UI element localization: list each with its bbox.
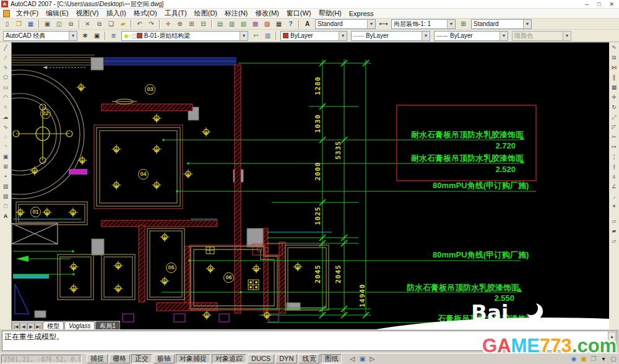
layer-previous-icon[interactable]: ↩ — [251, 31, 261, 40]
minimize-button[interactable]: ─ — [585, 1, 589, 8]
menu-window[interactable]: 窗口(W) — [284, 9, 314, 18]
publish-icon[interactable]: ⧉ — [66, 19, 76, 28]
tab-voglass[interactable]: Voglass — [64, 321, 95, 329]
open-icon[interactable]: ❐ — [14, 19, 24, 28]
tab-first-icon[interactable]: |◀ — [12, 323, 20, 329]
ellipse-arc-icon[interactable]: ◝ — [1, 142, 11, 152]
trim-icon[interactable]: ✂ — [610, 132, 619, 142]
toggle-otrack[interactable]: 对象追踪 — [212, 354, 246, 363]
match-properties-icon[interactable]: ▰ — [118, 19, 128, 28]
line-icon[interactable]: ╱ — [1, 43, 11, 53]
menu-tools[interactable]: 工具(T) — [162, 9, 190, 18]
toggle-dyn[interactable]: DYN — [275, 354, 297, 363]
menu-edit[interactable]: 编辑(E) — [43, 9, 72, 18]
erase-icon[interactable]: ✎ — [610, 43, 619, 53]
tab-prev-icon[interactable]: ◀ — [20, 323, 27, 329]
polygon-icon[interactable]: ⬠ — [1, 73, 11, 82]
zoom-previous-icon[interactable]: ⊟ — [198, 19, 209, 28]
menu-view[interactable]: 视图(V) — [73, 9, 102, 18]
scale-icon[interactable]: ⤢ — [610, 113, 619, 122]
menu-dimension[interactable]: 标注(N) — [222, 9, 251, 18]
construction-line-icon[interactable]: ∕ — [1, 53, 11, 63]
tab-model[interactable]: 模型 — [43, 321, 64, 329]
hatch-icon[interactable]: ▨ — [1, 182, 11, 191]
help-icon[interactable]: ? — [285, 19, 296, 28]
fillet-icon[interactable]: ◞ — [610, 192, 619, 201]
text-style-combo[interactable]: Standard ▾ — [315, 19, 376, 29]
menu-modify[interactable]: 修改(M) — [252, 9, 282, 18]
draworder-front-icon[interactable]: ▱ — [610, 217, 619, 226]
lineweight-combo[interactable]: —— ByLayer ▾ — [434, 31, 508, 41]
redo-icon[interactable]: ↷ — [146, 19, 157, 28]
new-icon[interactable]: ▯ — [2, 19, 12, 28]
drawing-canvas[interactable]: 1280 1030 5335 2000 1025 2045 2045 14940… — [11, 42, 609, 329]
circle-icon[interactable]: ○ — [1, 103, 11, 112]
plot-preview-icon[interactable]: ◫ — [54, 19, 64, 28]
markup-set-icon[interactable]: ▨ — [262, 19, 272, 28]
toggle-ortho[interactable]: 正交 — [131, 354, 152, 363]
close-button[interactable]: ✕ — [609, 1, 614, 8]
sheetset-manager-icon[interactable]: ▩ — [250, 19, 261, 28]
explode-icon[interactable]: ✶ — [610, 202, 619, 211]
toggle-snap[interactable]: 捕捉 — [87, 354, 108, 363]
join-icon[interactable]: ± — [610, 172, 619, 181]
menu-file[interactable]: 文件(F) — [13, 9, 41, 18]
menu-format[interactable]: 格式(O) — [131, 9, 160, 18]
paste-icon[interactable]: ❏ — [106, 19, 116, 28]
quickcalc-icon[interactable]: ▦ — [274, 19, 284, 28]
revision-cloud-icon[interactable]: ☁ — [1, 113, 11, 122]
model-prev-icon[interactable]: ◁ — [348, 355, 357, 363]
draworder-back-icon[interactable]: ▰ — [610, 227, 619, 236]
zoom-window-icon[interactable]: ⊞ — [186, 19, 197, 28]
lock-ui-icon[interactable]: ▣ — [92, 31, 102, 40]
extend-icon[interactable]: ↦ — [610, 142, 619, 152]
break-icon[interactable]: ∤ — [610, 162, 619, 171]
point-icon[interactable]: • — [1, 172, 11, 181]
toggle-grid[interactable]: 栅格 — [109, 354, 130, 363]
workspace-combo[interactable]: AutoCAD 经典 ▾ — [3, 31, 77, 41]
dim-style-icon[interactable]: ⟷ — [378, 19, 389, 28]
rotate-icon[interactable]: ↻ — [610, 103, 619, 112]
menu-express[interactable]: Express — [346, 10, 377, 17]
maximize-button[interactable]: □ — [597, 1, 600, 8]
arc-icon[interactable]: ◠ — [1, 93, 11, 102]
properties-icon[interactable]: ▤ — [215, 19, 225, 28]
menu-draw[interactable]: 绘图(D) — [191, 9, 220, 18]
toggle-osnap[interactable]: 对象捕捉 — [176, 354, 210, 363]
menu-help[interactable]: 帮助(H) — [316, 9, 345, 18]
toggle-polar[interactable]: 极轴 — [154, 354, 175, 363]
tab-next-icon[interactable]: ▶ — [27, 323, 35, 329]
table-style-icon[interactable]: ⊞ — [458, 19, 469, 28]
break-point-icon[interactable]: ¦ — [610, 152, 619, 162]
gradient-icon[interactable]: ▧ — [1, 192, 11, 201]
ellipse-icon[interactable]: ◌ — [1, 132, 11, 142]
zoom-realtime-icon[interactable]: ⊕ — [175, 19, 185, 28]
chamfer-icon[interactable]: ∠ — [610, 182, 619, 191]
dim-style-combo[interactable]: 尚层装饰-1: 1 ▾ — [391, 19, 456, 29]
layer-states-icon[interactable]: ▥ — [262, 31, 273, 40]
undo-icon[interactable]: ↶ — [134, 19, 145, 28]
mirror-icon[interactable]: ⋈ — [610, 63, 619, 72]
model-space-icon[interactable]: ▣ — [358, 355, 366, 363]
color-combo[interactable]: ByLayer ▾ — [280, 31, 347, 41]
mtext-icon[interactable]: A — [1, 212, 11, 221]
draworder-above-icon[interactable]: ▱ — [610, 236, 619, 246]
pan-icon[interactable]: ✛ — [163, 19, 173, 28]
insert-block-icon[interactable]: ▣ — [1, 152, 11, 162]
workspace-settings-icon[interactable]: ✱ — [80, 31, 90, 40]
text-style-icon[interactable]: A — [302, 19, 313, 28]
toggle-ducs[interactable]: DUCS — [248, 354, 274, 363]
rectangle-icon[interactable]: ▭ — [1, 83, 11, 92]
menu-insert[interactable]: 插入(I) — [103, 9, 129, 18]
cut-icon[interactable]: ✕ — [82, 19, 93, 28]
copy-icon[interactable]: ⧉ — [94, 19, 105, 28]
linetype-combo[interactable]: - - - - - - ByLayer ▾ — [351, 31, 430, 41]
tool-palettes-icon[interactable]: ▧ — [238, 19, 249, 28]
polyline-icon[interactable]: ϟ — [1, 63, 11, 72]
designcenter-icon[interactable]: ▥ — [227, 19, 237, 28]
toggle-lineweight[interactable]: 线宽 — [298, 354, 319, 363]
layer-combo[interactable]: ◉ ○ ◻ B-01-原始结构梁 ▾ — [121, 31, 248, 41]
make-block-icon[interactable]: ⊞ — [1, 162, 11, 171]
toggle-paper[interactable]: 图纸 — [321, 354, 342, 363]
tab-last-icon[interactable]: ▶| — [35, 323, 42, 329]
